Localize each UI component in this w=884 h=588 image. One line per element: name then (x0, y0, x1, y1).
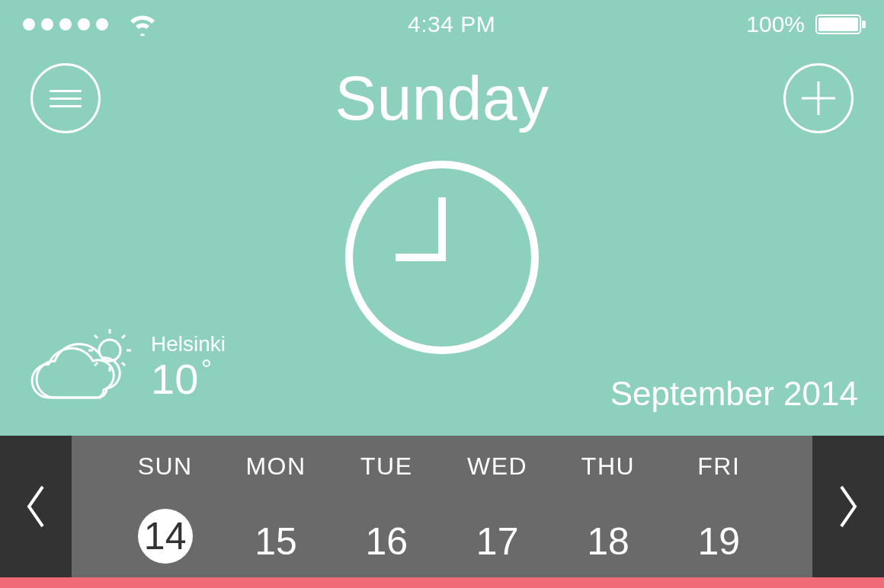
degree-icon (203, 360, 210, 367)
svg-line-9 (94, 363, 98, 366)
day-number: 18 (587, 519, 629, 564)
day-cell-mon[interactable]: MON15 (220, 452, 331, 564)
plus-icon (802, 81, 835, 115)
day-abbr: WED (467, 452, 527, 481)
status-bar: 4:34 PM 100% (0, 0, 884, 49)
day-number: 19 (697, 519, 740, 564)
svg-line-10 (122, 363, 125, 366)
chevron-left-icon (23, 484, 49, 529)
prev-week-button[interactable] (0, 436, 72, 577)
signal-strength-icon (23, 18, 108, 30)
battery-icon (815, 14, 861, 34)
weather-temperature: 10 (151, 358, 226, 401)
svg-line-11 (94, 335, 98, 338)
day-abbr: FRI (697, 452, 740, 481)
day-abbr: THU (581, 452, 635, 481)
day-number: 15 (255, 519, 297, 564)
day-number: 16 (366, 519, 408, 564)
weather-widget[interactable]: Helsinki 10 (24, 329, 226, 405)
month-label: September 2014 (610, 375, 858, 413)
day-cell-fri[interactable]: FRI19 (664, 452, 774, 564)
day-abbr: TUE (360, 452, 413, 481)
battery-percent: 100% (746, 11, 805, 37)
hamburger-icon (50, 90, 82, 107)
menu-button[interactable] (30, 63, 101, 133)
weather-city: Helsinki (151, 334, 226, 355)
partly-cloudy-icon (24, 329, 139, 405)
footer-accent-bar (0, 577, 884, 588)
week-strip: SUN14MON15TUE16WED17THU18FRI19 (0, 436, 884, 577)
day-title: Sunday (335, 62, 549, 134)
day-cell-thu[interactable]: THU18 (552, 452, 663, 564)
status-time: 4:34 PM (408, 11, 495, 37)
svg-line-8 (122, 335, 125, 338)
next-week-button[interactable] (812, 436, 884, 577)
day-abbr: MON (245, 452, 306, 481)
day-number: 14 (138, 509, 193, 564)
add-button[interactable] (783, 63, 854, 133)
chevron-right-icon (835, 484, 861, 529)
weather-temp-value: 10 (151, 355, 198, 403)
wifi-icon (128, 13, 157, 36)
day-cell-wed[interactable]: WED17 (442, 452, 552, 564)
clock-icon (341, 157, 543, 358)
day-abbr: SUN (138, 452, 193, 481)
day-cell-tue[interactable]: TUE16 (332, 452, 442, 564)
day-number: 17 (476, 519, 519, 564)
day-cell-sun[interactable]: SUN14 (110, 452, 220, 564)
